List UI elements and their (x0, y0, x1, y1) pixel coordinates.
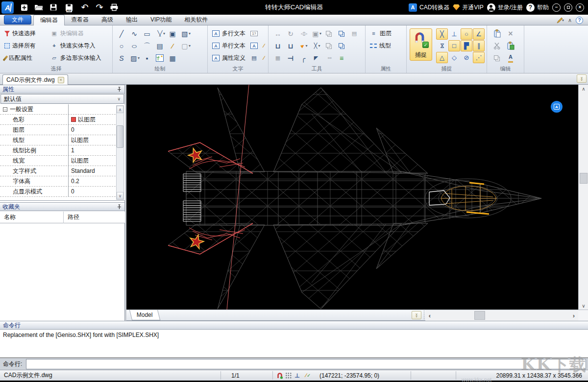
snap-toggle-button[interactable]: ✓ 捕捉 (410, 28, 432, 61)
linetype-button[interactable]: 线型 (368, 40, 404, 52)
statusbar-ortho-toggle[interactable]: ⊥ (294, 370, 300, 381)
scroll-down-button[interactable]: ∨ (117, 192, 123, 199)
polygon-entity-input-button[interactable]: ▱多边形实体输入 (49, 52, 110, 64)
block-ref-edit-button[interactable] (336, 28, 347, 39)
vertical-scroll-thumb[interactable] (580, 173, 588, 184)
draw-hatch-button[interactable]: ▨▾ (128, 52, 140, 64)
insert-block-button[interactable]: ▣ (167, 28, 178, 39)
snap-midpoint-toggle[interactable]: △ (436, 52, 448, 63)
fillet-button[interactable]: ╭ (297, 52, 309, 64)
select-all-button[interactable]: 选择所有 (3, 40, 49, 52)
format-painter-button[interactable]: A (505, 52, 516, 64)
snap-endpoint-toggle[interactable]: □ (448, 40, 460, 51)
help-button[interactable]: ? 帮助 (526, 3, 549, 12)
block-editor-button[interactable]: ▣块编辑器 (49, 27, 110, 40)
property-group-row[interactable]: –一般设置 (0, 104, 116, 115)
mirror-button[interactable]: ◁▷ (297, 28, 309, 39)
translate-button[interactable]: A (551, 101, 563, 113)
copy-nested-button[interactable] (323, 40, 335, 51)
tab-viewer[interactable]: 查看器 (65, 15, 95, 25)
layers-button[interactable]: ≡图层 (368, 27, 404, 40)
preset-dropdown[interactable]: 默认值 ∨ (0, 94, 124, 104)
copy-clipboard-button[interactable] (491, 52, 503, 64)
draw-spline-button[interactable]: S (116, 52, 127, 64)
panel-collapse-button[interactable]: ∨∨ (577, 74, 587, 83)
scroll-thumb[interactable] (117, 125, 123, 148)
draw-polyline-button[interactable]: ╲╱▾ (154, 28, 166, 39)
scroll-right-button[interactable]: › (569, 310, 578, 321)
undo-button[interactable]: ↶ (77, 1, 92, 14)
login-button[interactable]: 登录/注册 (487, 3, 523, 12)
statusbar-draft-toggle[interactable]: ∕✓ (302, 370, 311, 381)
draw-arc-button[interactable]: ⌒ (141, 40, 153, 51)
save-button[interactable] (46, 1, 61, 14)
paste-block-button[interactable]: ⊔ (272, 40, 284, 51)
offset-button[interactable]: ▣▾ (310, 28, 322, 39)
restore-button[interactable] (564, 3, 572, 12)
vertical-scrollbar[interactable]: ∧ ∨ (578, 85, 588, 310)
snap-tangent-toggle[interactable]: ⊘ (461, 52, 472, 63)
snap-center-toggle[interactable]: ○ (461, 28, 472, 40)
horizontal-scroll-thumb[interactable] (474, 311, 485, 320)
singleline-text-button[interactable]: A单行文本 (211, 40, 247, 52)
insert-table-button[interactable]: ▦ (167, 52, 178, 64)
collapse-group-icon[interactable]: – (3, 107, 7, 112)
merge-layers-button[interactable]: ≡ (336, 52, 347, 64)
rotate-button[interactable]: ↻ (285, 28, 296, 39)
multiline-text-button[interactable]: A多行文本 (211, 27, 247, 40)
pick-point-button[interactable]: ►▾ (297, 40, 309, 51)
new-file-button[interactable] (17, 1, 31, 14)
insert-image-button[interactable] (154, 52, 166, 64)
edit-text-button[interactable]: A∕ (249, 40, 269, 52)
tab-related-software[interactable]: 相关软件 (178, 15, 214, 25)
break-button[interactable]: ╳▾ (310, 40, 322, 51)
favorites-col-path[interactable]: 路径 (64, 213, 79, 221)
array-button[interactable]: ▦ (272, 52, 284, 64)
model-tab[interactable]: Model (129, 310, 160, 320)
favorites-col-name[interactable]: 名称 (0, 212, 64, 223)
pin-icon[interactable] (117, 87, 122, 92)
copy-button[interactable] (323, 28, 335, 39)
draw-boundary-button[interactable]: ▧▾ (179, 28, 191, 39)
horizontal-scrollbar[interactable]: ‹ › (425, 310, 578, 321)
tab-vip-features[interactable]: VIP功能 (144, 15, 178, 25)
quick-select-button[interactable]: 快速选择 (3, 27, 49, 40)
cut-button[interactable] (491, 40, 503, 51)
draw-line-button[interactable]: ╱ (116, 28, 127, 39)
paste-origin-button[interactable]: ⊔ (285, 40, 296, 51)
delete-button[interactable]: × (505, 28, 516, 39)
scroll-down-button[interactable]: ∨ (579, 302, 588, 310)
save-as-pdf-button[interactable]: PDF (61, 1, 77, 14)
snap-extension-toggle[interactable]: ⋰ (473, 52, 485, 63)
snap-insertion-toggle[interactable]: ▛ (461, 40, 472, 51)
snap-apparent-intersection-toggle[interactable]: ⋈ (436, 40, 448, 51)
draw-circle-button[interactable]: ○ (116, 40, 127, 51)
move-button[interactable]: ↔ (272, 28, 284, 39)
document-tab[interactable]: CAD示例文件.dwg × (2, 74, 68, 85)
draw-sketch-button[interactable]: ∿ (128, 28, 140, 39)
drawing-canvas[interactable]: A (126, 85, 578, 310)
open-vip-button[interactable]: 开通VIP (453, 3, 483, 12)
tab-editor[interactable]: 编辑器 (33, 15, 65, 25)
draw-ellipse-button[interactable]: ○ (128, 40, 140, 51)
tab-advanced[interactable]: 高级 (95, 15, 120, 25)
match-properties-button[interactable]: 匹配属性 (3, 52, 49, 64)
align-button[interactable]: ▤ (348, 28, 360, 39)
statusbar-snap-toggle[interactable] (275, 370, 284, 381)
cad-converter-button[interactable]: A CAD转换器 (409, 3, 449, 12)
ribbon-help-button[interactable]: ? (576, 17, 583, 24)
quick-edit-button[interactable]: ▾ (556, 17, 564, 24)
pin-icon[interactable] (117, 204, 122, 210)
document-tab-close-button[interactable]: × (58, 77, 64, 83)
edit-attribute-button[interactable]: ▤∕ (249, 52, 269, 64)
command-input[interactable] (26, 359, 586, 369)
close-button[interactable]: × (576, 3, 584, 12)
snap-parallel-toggle[interactable]: ∥ (473, 40, 485, 51)
paste-button[interactable] (491, 28, 503, 39)
snap-perpendicular-toggle[interactable]: ⊥ (448, 28, 460, 40)
snap-angle-toggle[interactable]: ∠ (473, 28, 485, 40)
tab-bar-collapse-button[interactable]: ∨∨ (412, 311, 421, 319)
snap-quadrant-toggle[interactable]: ◇ (448, 52, 460, 63)
attribute-definition-button[interactable]: A属性定义 (211, 52, 247, 64)
print-button[interactable] (107, 1, 122, 14)
